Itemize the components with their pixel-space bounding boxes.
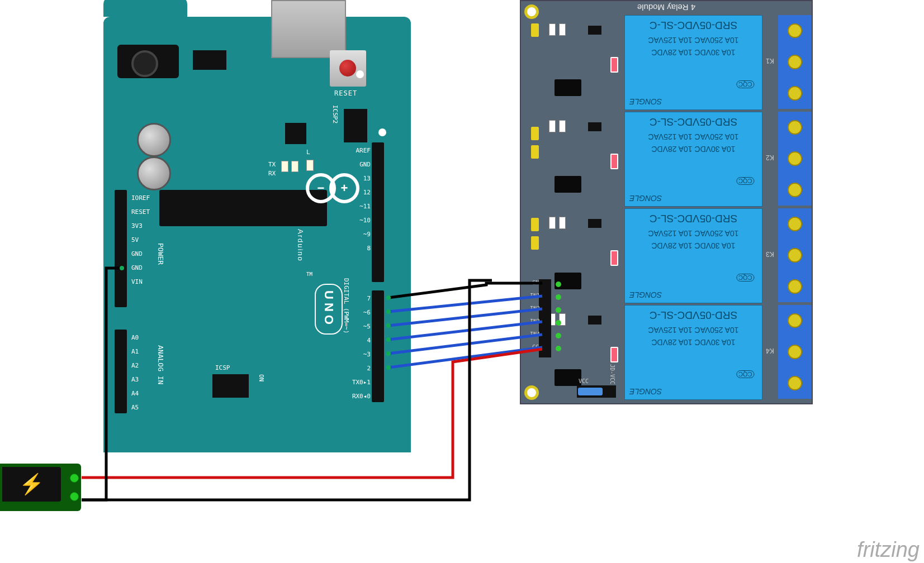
icsp2-header[interactable] xyxy=(344,109,367,142)
l-label: L xyxy=(306,149,310,156)
reset-button[interactable] xyxy=(330,50,366,87)
relay-3: SRD-05VDC-SL-C 10A 30VDC 10A 28VDC 10A 2… xyxy=(624,208,762,303)
pin-label-gnd2: GND xyxy=(131,264,143,271)
mounting-hole xyxy=(356,70,364,78)
pin-label-a2: A2 xyxy=(131,362,139,369)
power-section-label: POWER xyxy=(157,243,165,265)
pin-label-a4: A4 xyxy=(131,390,139,397)
relay-1: SRD-05VDC-SL-C 10A 30VDC 10A 28VDC 10A 2… xyxy=(624,15,762,110)
relay-module-board: 4 Relay Module SRD-05VDC-SL-C 10A 30VDC … xyxy=(520,0,813,404)
reset-label: RESET xyxy=(334,89,357,97)
screw-terminal[interactable] xyxy=(788,55,802,69)
wire-d2-in5 xyxy=(388,347,542,368)
digital-section-label: DIGITAL (PWM=~) xyxy=(343,278,350,333)
pin-label-10: ~10 xyxy=(351,217,371,224)
pin-label-a0: A0 xyxy=(131,334,139,341)
arduino-brand-label: Arduino xyxy=(296,229,305,262)
uno-model-badge: UNO xyxy=(315,284,343,335)
rx-label: RX xyxy=(268,170,276,177)
pin-label-8: 8 xyxy=(351,245,371,252)
adapter-positive-pin[interactable] xyxy=(70,474,79,483)
adapter-body: ⚡ xyxy=(2,467,61,502)
pin-label-ioref: IOREF xyxy=(131,194,150,202)
pin-label-tx0: TX0▸1 xyxy=(343,379,371,386)
pin-label-5: ~5 xyxy=(351,323,371,330)
voltage-regulator-chip xyxy=(193,50,226,70)
mounting-hole xyxy=(524,385,539,400)
tx-led xyxy=(281,161,288,172)
pin-label-7: 7 xyxy=(351,295,371,302)
relay-pin-in1: IN1 xyxy=(530,293,540,299)
pin-label-rx0: RX0◂0 xyxy=(343,393,371,400)
power-adapter: ⚡ xyxy=(0,464,81,511)
capacitor xyxy=(137,123,171,157)
indicator-led xyxy=(610,57,618,73)
pin-label-aref: AREF xyxy=(351,147,371,154)
relay-brand: SONGLE xyxy=(629,97,662,106)
lightning-icon: ⚡ xyxy=(19,473,44,496)
pin-label-4: 4 xyxy=(351,337,371,344)
jdvcc-jumper-header[interactable] xyxy=(577,385,616,398)
icsp-header[interactable] xyxy=(212,374,249,398)
digital-header-bottom[interactable] xyxy=(372,290,384,402)
jdvcc-label: JD-VCC xyxy=(609,364,615,384)
rx-led xyxy=(291,161,298,172)
mounting-hole xyxy=(378,128,386,136)
icsp2-label: ICSP2 xyxy=(331,105,339,123)
pin-label-3: ~3 xyxy=(351,351,371,358)
mounting-hole xyxy=(524,4,539,19)
terminal-block-k3[interactable] xyxy=(778,208,812,302)
screw-terminal[interactable] xyxy=(788,23,802,38)
pin-label-11: ~11 xyxy=(351,203,371,210)
relay-pin-in3: IN3 xyxy=(530,318,540,325)
fritzing-watermark: fritzing xyxy=(857,538,920,562)
pin-label-a5: A5 xyxy=(131,404,139,411)
diagram-canvas: RESET IOREF RESET 3V3 5V GND GND VIN A0 … xyxy=(0,0,924,563)
icsp-label: ICSP xyxy=(215,364,230,371)
pin-label-vin: VIN xyxy=(131,278,143,285)
pin-label-3v3: 3V3 xyxy=(131,222,143,230)
analog-section-label: ANALOG IN xyxy=(157,345,165,384)
terminal-block-k2[interactable] xyxy=(778,112,812,206)
pin-label-a1: A1 xyxy=(131,348,139,355)
pin-label-9: ~9 xyxy=(351,231,371,238)
screw-terminal[interactable] xyxy=(788,86,802,101)
pin-label-a3: A3 xyxy=(131,376,139,383)
capacitor xyxy=(137,156,171,190)
usb-controller-chip xyxy=(285,123,306,144)
relay-pin-gnd: GN xyxy=(532,280,539,286)
uno-model-label: UNO xyxy=(321,290,336,328)
wire-d3-in4 xyxy=(388,335,542,354)
pin-label-5v: 5V xyxy=(131,236,139,244)
l-led xyxy=(306,160,314,171)
arduino-logo-icon: − + xyxy=(302,173,363,203)
adapter-negative-pin[interactable] xyxy=(70,492,79,501)
pin-label-gnd-r: GND xyxy=(351,161,371,168)
relay-cqc: CQC xyxy=(736,80,754,88)
on-label: ON xyxy=(258,374,265,381)
relay-4: SRD-05VDC-SL-C 10A 30VDC 10A 28VDC 10A 2… xyxy=(624,305,762,400)
vcc-label: VCC xyxy=(579,378,589,384)
relay-2: SRD-05VDC-SL-C 10A 30VDC 10A 28VDC 10A 2… xyxy=(624,112,762,207)
relay-pin-in2: IN2 xyxy=(530,306,540,312)
relay-pin-vcc: CC xyxy=(532,344,539,350)
pin-label-6: ~6 xyxy=(351,309,371,316)
analog-header[interactable] xyxy=(115,330,127,413)
optocoupler-chip xyxy=(555,79,581,96)
digital-header-top[interactable] xyxy=(372,142,384,282)
wire-gnd-arduino-relay xyxy=(388,283,542,298)
pin-label-2: 2 xyxy=(351,365,371,372)
power-jack xyxy=(117,45,179,78)
relay-input-header[interactable] xyxy=(539,279,551,357)
terminal-block-k1[interactable] xyxy=(778,15,812,109)
k1-label: K1 xyxy=(766,57,774,65)
pin-label-reset: RESET xyxy=(131,208,150,216)
status-led xyxy=(531,23,539,37)
jdvcc-jumper[interactable] xyxy=(578,388,603,395)
tx-label: TX xyxy=(268,161,276,168)
tm-label: TM xyxy=(306,271,312,277)
power-header[interactable] xyxy=(115,190,127,307)
terminal-block-k4[interactable] xyxy=(778,305,812,399)
relay-rating: 10A 30VDC 10A 28VDC xyxy=(625,48,762,57)
usb-port xyxy=(271,0,346,58)
